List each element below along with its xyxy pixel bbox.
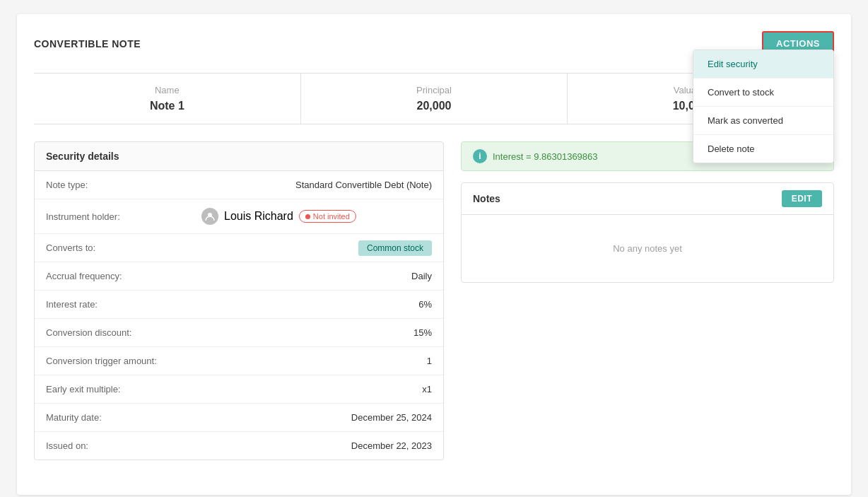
stat-principal-value: 20,000 <box>315 100 553 112</box>
dropdown-item-delete-note[interactable]: Delete note <box>693 135 833 163</box>
holder-name: Louis Richard <box>224 210 293 223</box>
dropdown-menu: Edit security Convert to stock Mark as c… <box>693 49 834 163</box>
holder-label: Instrument holder: <box>46 211 201 222</box>
maturity-date-label: Maturity date: <box>46 412 201 423</box>
notes-body: No any notes yet <box>462 215 833 282</box>
note-type-value: Standard Convertible Debt (Note) <box>201 180 432 190</box>
note-type-label: Note type: <box>46 180 201 190</box>
not-invited-text: Not invited <box>313 212 350 221</box>
notes-header: Notes EDIT <box>462 183 833 215</box>
detail-row-interest-rate: Interest rate: 6% <box>35 291 443 319</box>
maturity-date-value: December 25, 2024 <box>201 412 432 423</box>
detail-row-conversion-discount: Conversion discount: 15% <box>35 319 443 347</box>
detail-row-converts-to: Converts to: Common stock <box>35 234 443 262</box>
edit-button[interactable]: EDIT <box>782 190 822 207</box>
early-exit-value: x1 <box>201 384 432 394</box>
detail-row-accrual: Accrual frequency: Daily <box>35 262 443 291</box>
issued-on-label: Issued on: <box>46 440 201 451</box>
converts-to-value: Common stock <box>201 242 432 253</box>
notes-section: Notes EDIT No any notes yet <box>461 182 834 283</box>
content-area: Security details Note type: Standard Con… <box>34 141 834 460</box>
issued-on-value: December 22, 2023 <box>201 440 432 451</box>
converts-to-label: Converts to: <box>46 242 201 253</box>
right-panel: i Interest = 9.86301369863 Notes EDIT No… <box>461 141 834 460</box>
conversion-discount-value: 15% <box>201 327 432 338</box>
notes-title: Notes <box>473 193 500 204</box>
stat-name: Name Note 1 <box>34 74 301 124</box>
detail-row-issued-on: Issued on: December 22, 2023 <box>35 432 443 460</box>
conversion-discount-label: Conversion discount: <box>46 327 201 338</box>
dropdown-item-edit-security[interactable]: Edit security <box>693 50 833 78</box>
detail-row-early-exit: Early exit multiple: x1 <box>35 375 443 404</box>
conversion-trigger-label: Conversion trigger amount: <box>46 356 201 366</box>
left-panel: Security details Note type: Standard Con… <box>34 141 444 460</box>
interest-rate-label: Interest rate: <box>46 299 201 310</box>
info-icon: i <box>473 149 487 163</box>
not-invited-badge: Not invited <box>299 210 356 223</box>
early-exit-label: Early exit multiple: <box>46 384 201 394</box>
interest-rate-value: 6% <box>201 299 432 310</box>
accrual-value: Daily <box>201 271 432 281</box>
page-title: CONVERTIBLE NOTE <box>34 38 141 49</box>
security-details-title: Security details <box>34 141 444 171</box>
holder-wrapper: Louis Richard Not invited <box>201 208 356 225</box>
security-details-table: Note type: Standard Convertible Debt (No… <box>34 171 444 460</box>
detail-row-conversion-trigger: Conversion trigger amount: 1 <box>35 347 443 375</box>
avatar <box>201 208 218 225</box>
interest-text: Interest = 9.86301369863 <box>493 151 598 162</box>
conversion-trigger-value: 1 <box>201 356 432 366</box>
stat-principal-label: Principal <box>315 85 553 95</box>
detail-row-note-type: Note type: Standard Convertible Debt (No… <box>35 171 443 199</box>
stat-name-value: Note 1 <box>48 100 286 112</box>
dropdown-item-convert-to-stock[interactable]: Convert to stock <box>693 78 833 107</box>
common-stock-badge: Common stock <box>358 240 432 256</box>
detail-row-holder: Instrument holder: Louis Richard Not inv… <box>35 199 443 234</box>
dropdown-item-mark-as-converted[interactable]: Mark as converted <box>693 107 833 135</box>
main-container: CONVERTIBLE NOTE ACTIONS Name Note 1 Pri… <box>17 14 851 495</box>
stat-name-label: Name <box>48 85 286 95</box>
stat-principal: Principal 20,000 <box>301 74 568 124</box>
no-notes-text: No any notes yet <box>613 243 682 254</box>
detail-row-maturity-date: Maturity date: December 25, 2024 <box>35 404 443 432</box>
accrual-label: Accrual frequency: <box>46 271 201 281</box>
dot-red-icon <box>305 214 310 219</box>
